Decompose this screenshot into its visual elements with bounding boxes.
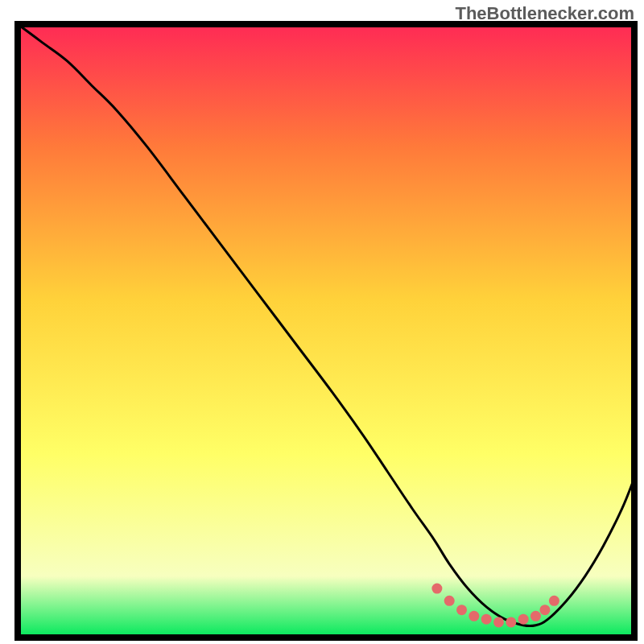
marker-dot: [444, 596, 455, 606]
marker-dot: [530, 611, 541, 621]
marker-dot: [549, 596, 559, 606]
marker-dot: [493, 617, 504, 627]
marker-dot: [431, 584, 442, 594]
marker-dot: [481, 614, 492, 625]
gradient-background: [18, 24, 634, 638]
watermark-text: TheBottlenecker.com: [455, 3, 634, 24]
marker-dot: [469, 611, 479, 621]
marker-dot: [506, 617, 516, 627]
marker-dot: [539, 605, 550, 615]
bottleneck-chart: [0, 0, 644, 644]
marker-dot: [518, 614, 529, 625]
plot-area: [18, 24, 634, 638]
marker-dot: [456, 605, 467, 615]
